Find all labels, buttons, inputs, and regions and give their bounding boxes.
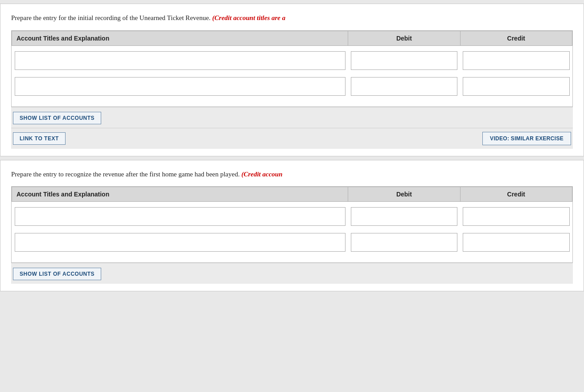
video-similar-exercise-button-1[interactable]: VIDEO: SIMILAR EXERCISE [482,132,571,145]
table-row [12,75,572,98]
spacer-2b [12,228,572,231]
account-cell-2-2 [12,231,348,253]
debit-cell-1-1 [348,49,460,72]
debit-input-1-1[interactable] [351,51,457,70]
journal-table-1-container: Account Titles and Explanation Debit Cre… [11,30,573,107]
credit-input-2-2[interactable] [463,233,569,252]
account-input-1-2[interactable] [15,77,345,96]
instruction-plain-2: Prepare the entry to recognize the reven… [11,171,240,178]
col-header-debit-1: Debit [348,31,460,45]
col-header-account-1: Account Titles and Explanation [12,31,348,45]
account-cell-1-2 [12,75,348,98]
credit-note-2: (Credit accoun [241,171,282,178]
account-input-2-1[interactable] [15,207,345,226]
spacer-1c [12,98,572,101]
account-cell-1-1 [12,49,348,72]
spacer-2a [12,202,572,206]
credit-cell-2-2 [460,231,572,253]
show-accounts-row-2: SHOW LIST OF ACCOUNTS [11,263,573,284]
col-header-account-2: Account Titles and Explanation [12,187,348,202]
col-header-credit-2: Credit [460,187,572,202]
link-to-text-button-1[interactable]: LINK TO TEXT [13,132,66,145]
debit-input-2-2[interactable] [351,233,457,252]
journal-table-1: Account Titles and Explanation Debit Cre… [12,31,572,101]
show-accounts-button-1[interactable]: SHOW LIST OF ACCOUNTS [13,112,101,124]
section-2-card: Prepare the entry to recognize the reven… [0,160,584,292]
debit-input-2-1[interactable] [351,207,457,226]
debit-cell-2-1 [348,205,460,228]
col-header-debit-2: Debit [348,187,460,202]
credit-note-1: (Credit account titles are a [212,14,285,21]
debit-cell-2-2 [348,231,460,253]
credit-cell-2-1 [460,205,572,228]
section-1-card: Prepare the entry for the initial record… [0,4,584,156]
account-cell-2-1 [12,205,348,228]
credit-input-2-1[interactable] [463,207,569,226]
account-input-2-2[interactable] [15,233,345,252]
section-2-instruction: Prepare the entry to recognize the reven… [11,169,573,180]
table-header-row-1: Account Titles and Explanation Debit Cre… [12,31,572,45]
table-row [12,231,572,253]
show-accounts-button-2[interactable]: SHOW LIST OF ACCOUNTS [13,268,101,280]
credit-input-1-2[interactable] [463,77,569,96]
account-input-1-1[interactable] [15,51,345,70]
credit-cell-1-1 [460,49,572,72]
debit-input-1-2[interactable] [351,77,457,96]
table-header-row-2: Account Titles and Explanation Debit Cre… [12,187,572,202]
credit-input-1-1[interactable] [463,51,569,70]
show-accounts-row-1: SHOW LIST OF ACCOUNTS [11,107,573,128]
credit-cell-1-2 [460,75,572,98]
table-row [12,49,572,72]
spacer-2c [12,253,572,257]
journal-table-2-container: Account Titles and Explanation Debit Cre… [11,186,573,263]
table-row [12,205,572,228]
spacer-1a [12,45,572,49]
section-1-instruction: Prepare the entry for the initial record… [11,13,573,23]
bottom-buttons-row-1: LINK TO TEXT VIDEO: SIMILAR EXERCISE [11,128,573,149]
journal-table-2: Account Titles and Explanation Debit Cre… [12,187,572,257]
debit-cell-1-2 [348,75,460,98]
col-header-credit-1: Credit [460,31,572,45]
instruction-plain-1: Prepare the entry for the initial record… [11,14,210,21]
page-container: Prepare the entry for the initial record… [0,4,584,291]
spacer-1b [12,72,572,75]
